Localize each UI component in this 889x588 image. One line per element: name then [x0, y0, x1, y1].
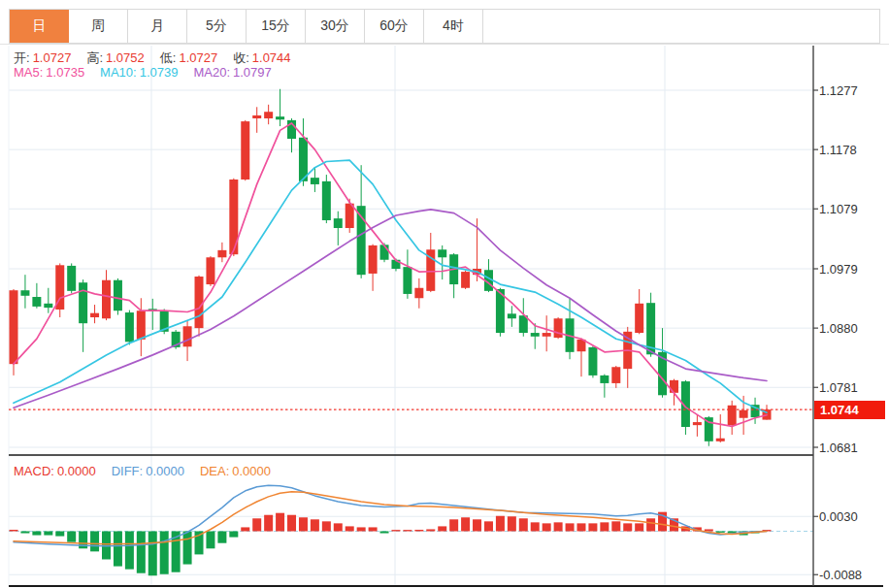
ma5-value: 1.0735: [46, 65, 84, 80]
macd-bar: [357, 527, 366, 531]
macd-bar: [183, 532, 192, 565]
macd-bar: [44, 532, 52, 536]
ma20-value: 1.0797: [233, 65, 272, 80]
candle-body: [716, 439, 725, 441]
macd-bar: [160, 532, 169, 574]
price-axis-label: 1.1079: [819, 202, 858, 216]
macd-bar: [646, 518, 655, 531]
ma10-line: [14, 160, 767, 412]
macd-bar: [380, 532, 389, 534]
macd-bar: [496, 516, 505, 532]
macd-bar: [461, 517, 470, 531]
macd-bar: [635, 523, 643, 531]
macd-bar: [276, 513, 284, 532]
high-label: 高:: [86, 50, 103, 65]
candle-body: [79, 282, 87, 323]
candle-body: [67, 266, 76, 291]
candle-body: [554, 318, 563, 338]
candle-body: [276, 116, 284, 119]
ma10-value: 1.0739: [140, 65, 179, 80]
macd-bar: [311, 519, 319, 531]
candlestick-macd-chart: [0, 0, 889, 588]
macd-bar: [67, 532, 76, 542]
candle-body: [264, 112, 273, 118]
dea-value: 0.0000: [232, 464, 271, 478]
candle-body: [311, 178, 319, 184]
macd-bar: [264, 515, 273, 532]
price-axis-label: 1.1277: [819, 83, 858, 98]
macd-bar: [438, 526, 446, 531]
candle-body: [588, 347, 597, 376]
price-axis-label: 1.0781: [819, 380, 858, 395]
candle-body: [600, 376, 609, 383]
candle-body: [102, 280, 111, 319]
candle-body: [44, 304, 52, 308]
macd-bar: [241, 527, 249, 531]
open-value: 1.0727: [33, 50, 72, 65]
candle-body: [543, 333, 551, 337]
candle-body: [740, 410, 748, 418]
candle-body: [241, 121, 249, 180]
macd-bar: [217, 532, 226, 543]
candle-body: [32, 297, 41, 307]
macd-bar: [611, 521, 620, 531]
candle-body: [195, 277, 204, 328]
dea-label: DEA:: [200, 464, 229, 478]
candle-body: [252, 115, 261, 118]
macd-bar: [623, 523, 632, 531]
macd-bar: [566, 523, 575, 531]
macd-bar: [55, 532, 64, 537]
macd-bar: [403, 530, 412, 531]
last-price-tag: 1.0744: [814, 401, 885, 419]
candle-body: [369, 245, 378, 274]
macd-bar: [414, 530, 423, 532]
ma5-line: [14, 123, 767, 426]
macd-bar: [484, 521, 493, 531]
macd-bar: [114, 532, 122, 567]
candle-body: [206, 257, 214, 284]
candle-body: [217, 250, 226, 257]
ma10-label: MA10:: [100, 65, 137, 80]
candle-body: [611, 367, 620, 383]
candle-body: [531, 333, 540, 337]
diff-value: 0.0000: [146, 464, 184, 478]
macd-bar: [554, 522, 563, 531]
macd-bar: [391, 530, 400, 531]
macd-legend: MACD:0.0000DIFF:0.0000DEA:0.0000: [14, 464, 286, 478]
candle-body: [670, 380, 678, 393]
candle-body: [403, 267, 412, 294]
candle-body: [322, 181, 331, 220]
macd-axis-label: 0.0030: [819, 509, 858, 524]
candle-body: [114, 280, 122, 310]
ma-legend: MA5:1.0735MA10:1.0739MA20:1.0797: [14, 65, 287, 80]
macd-bar: [287, 515, 296, 532]
macd-bar: [508, 516, 516, 531]
close-label: 收:: [233, 50, 249, 65]
macd-bar: [588, 523, 597, 531]
macd-value: 0.0000: [57, 464, 96, 478]
macd-bar: [20, 532, 29, 534]
candle-body: [461, 272, 470, 288]
macd-bar: [32, 532, 41, 536]
candle-body: [635, 304, 643, 333]
macd-bar: [449, 519, 458, 531]
macd-bar: [531, 522, 540, 531]
macd-bar: [543, 523, 551, 531]
macd-bar: [229, 532, 238, 538]
candle-body: [438, 249, 446, 257]
macd-axis-label: -0.0088: [819, 568, 862, 582]
low-value: 1.0727: [179, 50, 217, 65]
ma5-label: MA5:: [14, 65, 43, 80]
macd-bar: [519, 518, 528, 531]
macd-bar: [334, 523, 343, 531]
candle-body: [125, 312, 134, 342]
macd-bar: [125, 532, 134, 570]
candle-body: [334, 218, 343, 228]
macd-bar: [473, 519, 481, 531]
candle-body: [90, 313, 99, 317]
macd-bar: [252, 518, 261, 531]
candle-body: [183, 326, 192, 346]
high-value: 1.0752: [106, 50, 145, 65]
macd-bar: [10, 530, 18, 532]
macd-bar: [206, 532, 214, 549]
